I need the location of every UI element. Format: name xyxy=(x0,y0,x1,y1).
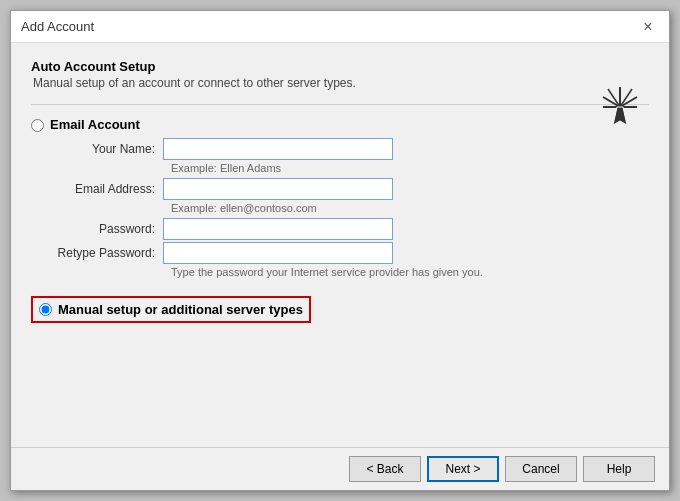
password-input[interactable] xyxy=(163,218,393,240)
email-account-label: Email Account xyxy=(50,117,140,132)
cursor-icon xyxy=(601,85,639,129)
add-account-dialog: Add Account × Auto Account Setup Manual … xyxy=(10,10,670,491)
password-row: Password: xyxy=(53,218,649,240)
section-subtitle: Manual setup of an account or connect to… xyxy=(33,76,649,90)
retype-password-input[interactable] xyxy=(163,242,393,264)
manual-setup-radio[interactable] xyxy=(39,303,52,316)
retype-password-label: Retype Password: xyxy=(53,246,163,260)
section-title: Auto Account Setup xyxy=(31,59,155,74)
close-button[interactable]: × xyxy=(637,16,659,38)
your-name-label: Your Name: xyxy=(53,142,163,156)
your-name-row: Your Name: xyxy=(53,138,649,160)
section-divider xyxy=(31,104,649,105)
dialog-footer: < Back Next > Cancel Help xyxy=(11,447,669,490)
your-name-input[interactable] xyxy=(163,138,393,160)
email-address-label: Email Address: xyxy=(53,182,163,196)
email-address-hint: Example: ellen@contoso.com xyxy=(171,202,649,214)
back-button[interactable]: < Back xyxy=(349,456,421,482)
your-name-hint: Example: Ellen Adams xyxy=(171,162,649,174)
title-bar: Add Account × xyxy=(11,11,669,43)
dialog-title: Add Account xyxy=(21,19,94,34)
email-account-radio[interactable] xyxy=(31,119,44,132)
email-account-option: Email Account Your Name: Example: Ellen … xyxy=(31,117,649,282)
retype-password-row: Retype Password: xyxy=(53,242,649,264)
password-hint: Type the password your Internet service … xyxy=(171,266,649,278)
svg-marker-7 xyxy=(613,107,627,125)
email-fields: Your Name: Example: Ellen Adams Email Ad… xyxy=(53,138,649,282)
manual-setup-label: Manual setup or additional server types xyxy=(58,302,303,317)
help-button[interactable]: Help xyxy=(583,456,655,482)
options-group: Email Account Your Name: Example: Ellen … xyxy=(31,117,649,323)
email-address-row: Email Address: xyxy=(53,178,649,200)
next-button[interactable]: Next > xyxy=(427,456,499,482)
email-radio-row: Email Account xyxy=(31,117,649,132)
email-address-input[interactable] xyxy=(163,178,393,200)
dialog-body: Auto Account Setup Manual setup of an ac… xyxy=(11,43,669,447)
password-label: Password: xyxy=(53,222,163,236)
manual-setup-option: Manual setup or additional server types xyxy=(31,296,311,323)
section-header: Auto Account Setup Manual setup of an ac… xyxy=(31,59,649,90)
cancel-button[interactable]: Cancel xyxy=(505,456,577,482)
